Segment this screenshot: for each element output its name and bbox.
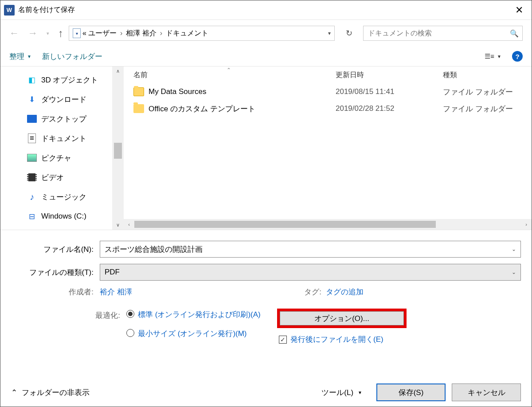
toolbar: 整理 ▼ 新しいフォルダー ☰≡ ▼ ?: [0, 47, 532, 66]
save-button[interactable]: 保存(S): [376, 384, 446, 401]
location-icon: ▾: [73, 28, 81, 38]
up-icon[interactable]: ↑: [58, 27, 63, 39]
radio-minimum[interactable]: 最小サイズ (オンライン発行)(M): [126, 328, 277, 340]
organize-button[interactable]: 整理: [9, 51, 24, 62]
optimize-label: 最適化:: [11, 309, 126, 347]
folder-icon: [133, 87, 144, 96]
sidebar-item-drive-c[interactable]: ⊟ Windows (C:): [5, 207, 112, 226]
column-name[interactable]: 名前 ⌃: [133, 70, 336, 80]
sidebar-item-label: 3D オブジェクト: [41, 75, 98, 85]
radio-standard[interactable]: 標準 (オンライン発行および印刷)(A): [126, 309, 277, 321]
chevron-down-icon[interactable]: ▼: [27, 54, 31, 59]
breadcrumb-part[interactable]: ユーザー: [88, 29, 117, 38]
new-folder-button[interactable]: 新しいフォルダー: [42, 51, 102, 62]
radio-label: 標準 (オンライン発行および印刷)(A): [138, 309, 261, 321]
sidebar-item-label: デスクトップ: [41, 114, 86, 124]
scrollbar-thumb[interactable]: [134, 221, 436, 228]
sidebar-item-label: ミュージック: [41, 192, 86, 202]
filename-value: スポーツ総合施設の開設計画: [105, 244, 203, 254]
folder-tree[interactable]: ◧ 3D オブジェクト ⬇ ダウンロード デスクトップ ≡ ドキュメント: [0, 67, 112, 230]
file-list: 名前 ⌃ 更新日時 種類 My Data Sources 2019/08/15 …: [124, 67, 532, 230]
row-date: 2019/02/28 21:52: [336, 104, 443, 113]
sidebar-item-videos[interactable]: ビデオ: [5, 168, 112, 187]
word-icon: W: [4, 5, 15, 16]
close-icon[interactable]: ✕: [510, 4, 528, 16]
scroll-down-icon[interactable]: ∨: [112, 222, 124, 228]
chevron-right-icon[interactable]: ›: [118, 29, 124, 37]
bottom-bar: ⌃ フォルダーの非表示 ツール(L) ▼ 保存(S) キャンセル: [0, 378, 532, 407]
horizontal-scrollbar[interactable]: ‹ ›: [124, 219, 532, 230]
breadcrumb-part[interactable]: ドキュメント: [166, 29, 208, 38]
sidebar-scrollbar[interactable]: ∧ ∨: [112, 67, 124, 230]
filetype-label: ファイルの種類(T):: [11, 267, 100, 278]
videos-icon: [27, 173, 37, 181]
row-type: ファイル フォルダー: [443, 87, 532, 97]
music-icon: ♪: [27, 192, 37, 202]
row-name: Office のカスタム テンプレート: [149, 104, 255, 114]
breadcrumb-dropdown-icon[interactable]: ▾: [328, 30, 331, 36]
filetype-value: PDF: [105, 268, 120, 277]
search-icon[interactable]: 🔍: [510, 29, 519, 38]
filename-input[interactable]: スポーツ総合施設の開設計画 ⌄: [100, 241, 521, 258]
chevron-down-icon: ▼: [358, 390, 362, 395]
search-input[interactable]: [367, 29, 510, 38]
open-after-checkbox[interactable]: ✓ 発行後にファイルを開く(E): [279, 334, 521, 344]
checkbox-label: 発行後にファイルを開く(E): [290, 334, 383, 344]
cancel-button[interactable]: キャンセル: [452, 384, 521, 401]
author-label: 作成者:: [11, 287, 100, 297]
pictures-icon: [27, 154, 37, 162]
chevron-down-icon[interactable]: ⌄: [512, 246, 516, 252]
filetype-select[interactable]: PDF ⌄: [100, 264, 521, 281]
sidebar-item-label: ドキュメント: [41, 133, 86, 144]
column-date[interactable]: 更新日時: [336, 70, 443, 80]
sidebar-item-label: Windows (C:): [41, 212, 86, 221]
middle-pane: ◧ 3D オブジェクト ⬇ ダウンロード デスクトップ ≡ ドキュメント: [0, 66, 532, 230]
scroll-left-icon[interactable]: ‹: [124, 222, 134, 227]
column-type[interactable]: 種類: [443, 70, 532, 80]
row-name: My Data Sources: [149, 87, 206, 96]
breadcrumb-part[interactable]: 相澤 裕介: [126, 29, 156, 38]
options-button[interactable]: オプション(O)...: [277, 309, 407, 328]
tools-dropdown[interactable]: ツール(L) ▼: [321, 387, 362, 398]
sidebar-item-music[interactable]: ♪ ミュージック: [5, 187, 112, 207]
titlebar: W 名前を付けて保存 ✕: [0, 0, 532, 20]
scrollbar-thumb[interactable]: [114, 143, 122, 159]
scroll-right-icon[interactable]: ›: [521, 222, 532, 227]
sidebar-item-documents[interactable]: ≡ ドキュメント: [5, 129, 112, 148]
sidebar: ◧ 3D オブジェクト ⬇ ダウンロード デスクトップ ≡ ドキュメント: [0, 67, 124, 230]
filename-label: ファイル名(N):: [11, 244, 100, 254]
sidebar-item-label: ビデオ: [41, 172, 64, 183]
document-icon: ≡: [28, 133, 36, 143]
drive-icon: ⊟: [27, 211, 37, 221]
tag-label: タグ:: [299, 287, 326, 297]
view-mode-button[interactable]: ☰≡ ▼: [485, 52, 501, 60]
list-icon: ☰≡: [485, 52, 494, 60]
sidebar-item-desktop[interactable]: デスクトップ: [5, 109, 112, 129]
table-row[interactable]: My Data Sources 2019/08/15 11:41 ファイル フォ…: [124, 83, 532, 100]
row-date: 2019/08/15 11:41: [336, 87, 443, 96]
table-row[interactable]: Office のカスタム テンプレート 2019/02/28 21:52 ファイ…: [124, 100, 532, 117]
author-value[interactable]: 裕介 相澤: [100, 287, 132, 297]
refresh-icon[interactable]: ↻: [343, 28, 355, 38]
scroll-up-icon[interactable]: ∧: [112, 68, 124, 74]
tag-value[interactable]: タグの追加: [326, 287, 521, 297]
breadcrumb-pre: «: [82, 29, 86, 37]
radio-icon: [126, 329, 134, 337]
hide-folders-toggle[interactable]: ⌃ フォルダーの非表示: [11, 387, 90, 398]
radio-icon: [126, 310, 134, 318]
chevron-up-icon: ⌃: [11, 388, 17, 397]
chevron-right-icon[interactable]: ›: [158, 29, 164, 37]
help-icon[interactable]: ?: [512, 51, 523, 62]
sidebar-item-3d-objects[interactable]: ◧ 3D オブジェクト: [5, 70, 112, 90]
sidebar-item-pictures[interactable]: ピクチャ: [5, 148, 112, 168]
search-box[interactable]: 🔍: [363, 26, 523, 41]
breadcrumb[interactable]: ▾ « ユーザー › 相澤 裕介 › ドキュメント ▾: [69, 26, 335, 41]
radio-label: 最小サイズ (オンライン発行)(M): [138, 328, 247, 340]
nav-arrows: ← → ▾: [9, 27, 49, 39]
download-icon: ⬇: [27, 94, 37, 104]
chevron-down-icon[interactable]: ⌄: [512, 269, 516, 275]
sidebar-item-downloads[interactable]: ⬇ ダウンロード: [5, 90, 112, 109]
chevron-down-icon: ▼: [497, 54, 501, 59]
desktop-icon: [27, 115, 37, 123]
recent-dropdown-icon[interactable]: ▾: [47, 31, 49, 36]
